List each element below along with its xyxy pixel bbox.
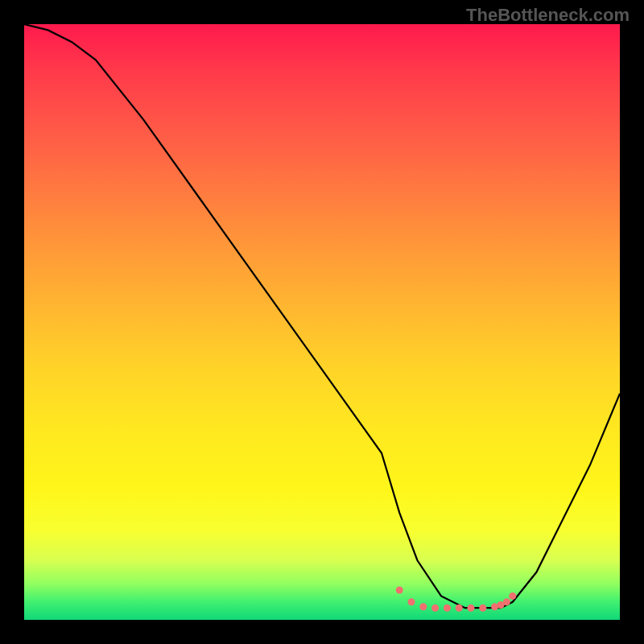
marker-dot	[444, 605, 451, 612]
flat-region-markers	[396, 587, 517, 612]
chart-svg	[24, 24, 620, 620]
marker-dot	[419, 603, 427, 610]
marker-dot	[396, 587, 403, 594]
plot-area	[24, 24, 620, 620]
attribution-text: TheBottleneck.com	[466, 5, 630, 26]
marker-dot	[408, 598, 415, 605]
marker-dot	[431, 605, 439, 612]
marker-dot	[456, 605, 463, 612]
marker-dot	[509, 592, 516, 600]
marker-dot	[503, 598, 510, 605]
curve-path	[24, 24, 620, 608]
marker-dot	[479, 605, 486, 612]
marker-dot	[468, 605, 475, 612]
